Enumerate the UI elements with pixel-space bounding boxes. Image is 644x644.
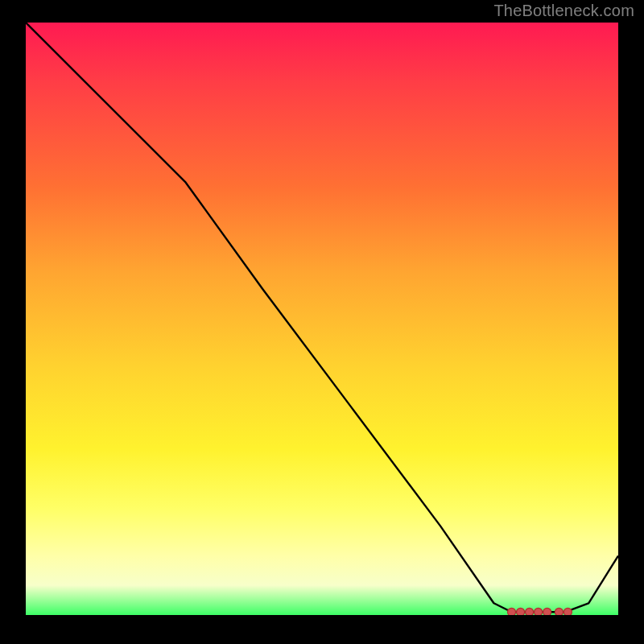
chart-frame: TheBottleneck.com [0, 0, 644, 644]
gradient-plot-area [26, 23, 618, 615]
attribution-label: TheBottleneck.com [493, 2, 634, 20]
